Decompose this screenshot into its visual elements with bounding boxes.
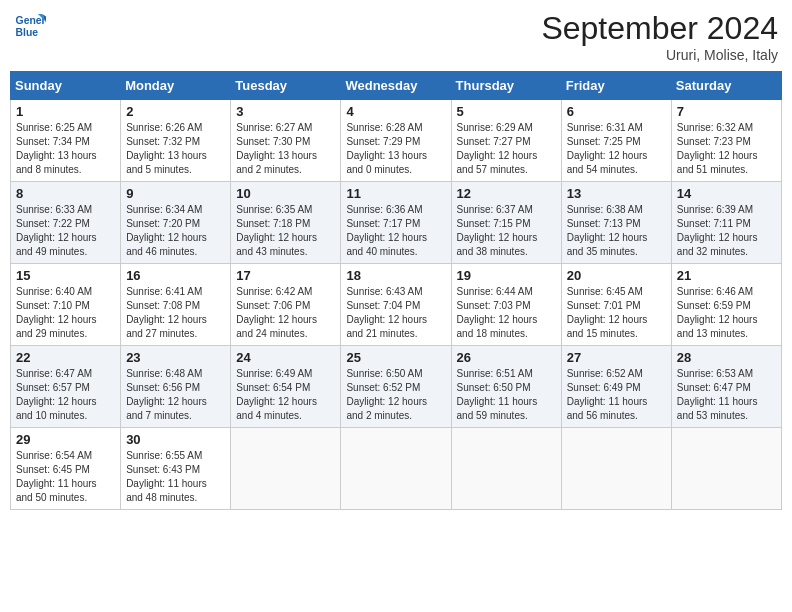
calendar-cell: 27Sunrise: 6:52 AMSunset: 6:49 PMDayligh…: [561, 346, 671, 428]
day-number: 29: [16, 432, 115, 447]
day-detail: Sunrise: 6:49 AMSunset: 6:54 PMDaylight:…: [236, 367, 335, 423]
calendar-cell: 11Sunrise: 6:36 AMSunset: 7:17 PMDayligh…: [341, 182, 451, 264]
calendar-cell: 5Sunrise: 6:29 AMSunset: 7:27 PMDaylight…: [451, 100, 561, 182]
calendar-cell: 29Sunrise: 6:54 AMSunset: 6:45 PMDayligh…: [11, 428, 121, 510]
calendar-cell: 26Sunrise: 6:51 AMSunset: 6:50 PMDayligh…: [451, 346, 561, 428]
calendar-cell: 25Sunrise: 6:50 AMSunset: 6:52 PMDayligh…: [341, 346, 451, 428]
day-number: 9: [126, 186, 225, 201]
day-detail: Sunrise: 6:33 AMSunset: 7:22 PMDaylight:…: [16, 203, 115, 259]
day-number: 6: [567, 104, 666, 119]
calendar-week-5: 29Sunrise: 6:54 AMSunset: 6:45 PMDayligh…: [11, 428, 782, 510]
header-saturday: Saturday: [671, 72, 781, 100]
day-number: 4: [346, 104, 445, 119]
day-detail: Sunrise: 6:42 AMSunset: 7:06 PMDaylight:…: [236, 285, 335, 341]
day-detail: Sunrise: 6:51 AMSunset: 6:50 PMDaylight:…: [457, 367, 556, 423]
day-detail: Sunrise: 6:45 AMSunset: 7:01 PMDaylight:…: [567, 285, 666, 341]
calendar-cell: 18Sunrise: 6:43 AMSunset: 7:04 PMDayligh…: [341, 264, 451, 346]
day-number: 11: [346, 186, 445, 201]
day-number: 24: [236, 350, 335, 365]
day-detail: Sunrise: 6:52 AMSunset: 6:49 PMDaylight:…: [567, 367, 666, 423]
day-number: 22: [16, 350, 115, 365]
day-number: 30: [126, 432, 225, 447]
day-detail: Sunrise: 6:50 AMSunset: 6:52 PMDaylight:…: [346, 367, 445, 423]
calendar-cell: 1Sunrise: 6:25 AMSunset: 7:34 PMDaylight…: [11, 100, 121, 182]
logo-icon: General Blue: [14, 10, 46, 42]
day-number: 19: [457, 268, 556, 283]
calendar-cell: 22Sunrise: 6:47 AMSunset: 6:57 PMDayligh…: [11, 346, 121, 428]
calendar-cell: 12Sunrise: 6:37 AMSunset: 7:15 PMDayligh…: [451, 182, 561, 264]
calendar-cell: 3Sunrise: 6:27 AMSunset: 7:30 PMDaylight…: [231, 100, 341, 182]
day-number: 1: [16, 104, 115, 119]
day-detail: Sunrise: 6:47 AMSunset: 6:57 PMDaylight:…: [16, 367, 115, 423]
calendar-cell: [671, 428, 781, 510]
calendar-cell: [341, 428, 451, 510]
logo: General Blue General Blue: [14, 10, 46, 42]
calendar-cell: 19Sunrise: 6:44 AMSunset: 7:03 PMDayligh…: [451, 264, 561, 346]
calendar-cell: 16Sunrise: 6:41 AMSunset: 7:08 PMDayligh…: [121, 264, 231, 346]
calendar-cell: 2Sunrise: 6:26 AMSunset: 7:32 PMDaylight…: [121, 100, 231, 182]
day-number: 10: [236, 186, 335, 201]
day-detail: Sunrise: 6:28 AMSunset: 7:29 PMDaylight:…: [346, 121, 445, 177]
day-detail: Sunrise: 6:44 AMSunset: 7:03 PMDaylight:…: [457, 285, 556, 341]
page-header: General Blue General Blue September 2024…: [10, 10, 782, 63]
day-detail: Sunrise: 6:25 AMSunset: 7:34 PMDaylight:…: [16, 121, 115, 177]
day-detail: Sunrise: 6:38 AMSunset: 7:13 PMDaylight:…: [567, 203, 666, 259]
day-detail: Sunrise: 6:34 AMSunset: 7:20 PMDaylight:…: [126, 203, 225, 259]
calendar-cell: [561, 428, 671, 510]
calendar-cell: 24Sunrise: 6:49 AMSunset: 6:54 PMDayligh…: [231, 346, 341, 428]
header-monday: Monday: [121, 72, 231, 100]
header-wednesday: Wednesday: [341, 72, 451, 100]
day-detail: Sunrise: 6:32 AMSunset: 7:23 PMDaylight:…: [677, 121, 776, 177]
calendar-table: SundayMondayTuesdayWednesdayThursdayFrid…: [10, 71, 782, 510]
day-number: 20: [567, 268, 666, 283]
day-detail: Sunrise: 6:48 AMSunset: 6:56 PMDaylight:…: [126, 367, 225, 423]
day-detail: Sunrise: 6:41 AMSunset: 7:08 PMDaylight:…: [126, 285, 225, 341]
header-tuesday: Tuesday: [231, 72, 341, 100]
day-number: 5: [457, 104, 556, 119]
day-detail: Sunrise: 6:43 AMSunset: 7:04 PMDaylight:…: [346, 285, 445, 341]
calendar-cell: 4Sunrise: 6:28 AMSunset: 7:29 PMDaylight…: [341, 100, 451, 182]
header-friday: Friday: [561, 72, 671, 100]
calendar-cell: 7Sunrise: 6:32 AMSunset: 7:23 PMDaylight…: [671, 100, 781, 182]
day-detail: Sunrise: 6:29 AMSunset: 7:27 PMDaylight:…: [457, 121, 556, 177]
calendar-cell: 20Sunrise: 6:45 AMSunset: 7:01 PMDayligh…: [561, 264, 671, 346]
calendar-cell: 13Sunrise: 6:38 AMSunset: 7:13 PMDayligh…: [561, 182, 671, 264]
day-number: 3: [236, 104, 335, 119]
day-number: 2: [126, 104, 225, 119]
day-number: 28: [677, 350, 776, 365]
calendar-cell: 14Sunrise: 6:39 AMSunset: 7:11 PMDayligh…: [671, 182, 781, 264]
day-number: 26: [457, 350, 556, 365]
day-number: 18: [346, 268, 445, 283]
calendar-cell: 30Sunrise: 6:55 AMSunset: 6:43 PMDayligh…: [121, 428, 231, 510]
calendar-cell: 15Sunrise: 6:40 AMSunset: 7:10 PMDayligh…: [11, 264, 121, 346]
day-number: 25: [346, 350, 445, 365]
calendar-cell: 9Sunrise: 6:34 AMSunset: 7:20 PMDaylight…: [121, 182, 231, 264]
day-number: 16: [126, 268, 225, 283]
day-detail: Sunrise: 6:35 AMSunset: 7:18 PMDaylight:…: [236, 203, 335, 259]
day-detail: Sunrise: 6:27 AMSunset: 7:30 PMDaylight:…: [236, 121, 335, 177]
day-detail: Sunrise: 6:26 AMSunset: 7:32 PMDaylight:…: [126, 121, 225, 177]
svg-text:Blue: Blue: [16, 27, 39, 38]
day-detail: Sunrise: 6:46 AMSunset: 6:59 PMDaylight:…: [677, 285, 776, 341]
calendar-week-3: 15Sunrise: 6:40 AMSunset: 7:10 PMDayligh…: [11, 264, 782, 346]
day-number: 8: [16, 186, 115, 201]
day-detail: Sunrise: 6:55 AMSunset: 6:43 PMDaylight:…: [126, 449, 225, 505]
day-number: 7: [677, 104, 776, 119]
calendar-cell: 21Sunrise: 6:46 AMSunset: 6:59 PMDayligh…: [671, 264, 781, 346]
calendar-cell: [231, 428, 341, 510]
header-thursday: Thursday: [451, 72, 561, 100]
day-detail: Sunrise: 6:53 AMSunset: 6:47 PMDaylight:…: [677, 367, 776, 423]
day-detail: Sunrise: 6:40 AMSunset: 7:10 PMDaylight:…: [16, 285, 115, 341]
day-detail: Sunrise: 6:37 AMSunset: 7:15 PMDaylight:…: [457, 203, 556, 259]
location: Ururi, Molise, Italy: [541, 47, 778, 63]
calendar-week-2: 8Sunrise: 6:33 AMSunset: 7:22 PMDaylight…: [11, 182, 782, 264]
calendar-cell: [451, 428, 561, 510]
day-number: 27: [567, 350, 666, 365]
title-block: September 2024 Ururi, Molise, Italy: [541, 10, 778, 63]
calendar-week-4: 22Sunrise: 6:47 AMSunset: 6:57 PMDayligh…: [11, 346, 782, 428]
day-number: 14: [677, 186, 776, 201]
day-number: 13: [567, 186, 666, 201]
calendar-cell: 28Sunrise: 6:53 AMSunset: 6:47 PMDayligh…: [671, 346, 781, 428]
calendar-cell: 17Sunrise: 6:42 AMSunset: 7:06 PMDayligh…: [231, 264, 341, 346]
day-detail: Sunrise: 6:36 AMSunset: 7:17 PMDaylight:…: [346, 203, 445, 259]
